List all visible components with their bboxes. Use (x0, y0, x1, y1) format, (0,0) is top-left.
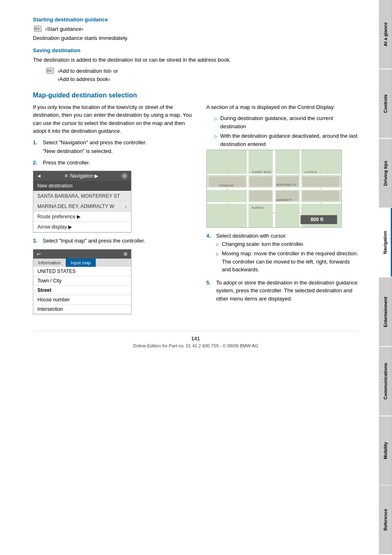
ui-box-item-route: Route preference ▶ (33, 212, 131, 222)
starting-guidance-body: Destination guidance starts immediately. (33, 34, 358, 42)
step-2-number: 2. (33, 159, 41, 167)
svg-text:SUNSET BLVD: SUNSET BLVD (252, 171, 271, 173)
saving-destination-heading: Saving destination (33, 47, 358, 53)
footer-text: Online Edition for Part no. 01 41 2 600 … (33, 343, 358, 348)
tab-information[interactable]: Information (33, 259, 66, 267)
ui-box-item-new-dest: New destination (33, 181, 131, 191)
tab-navigation[interactable]: Navigation (379, 208, 392, 277)
ui-box2-item-town: Town / City (33, 276, 131, 286)
start-guidance-text: ›Start guidance‹ (45, 26, 83, 32)
tab-communications[interactable]: Communications (379, 347, 392, 416)
ui-box2-item-street: Street (33, 286, 131, 295)
tab-controls[interactable]: Controls (379, 69, 392, 138)
tab-driving-tips[interactable]: Driving tips (379, 139, 392, 208)
input-map-ui-box: ↩ ⚙ Information Input map UNITED STATES … (33, 249, 131, 314)
start-guidance-line: ›Start guidance‹ (33, 25, 358, 32)
ui-box2-settings-icon: ⚙ (123, 251, 128, 257)
nav-icon2 (45, 67, 55, 74)
step-4-bullet-2: ▷ Moving map: move the controller in the… (216, 250, 358, 274)
svg-text:LLOYD A: LLOYD A (304, 171, 316, 173)
step-5: 5. To adopt or store the destination in … (206, 279, 358, 303)
svg-rect-18 (250, 191, 272, 201)
bullet-1-icon: ▷ (214, 116, 218, 130)
right-bullet-2: ▷ With the destination guidance deactiva… (214, 132, 358, 148)
ui-box-back: ◄ (37, 173, 42, 179)
step-5-text: To adopt or store the destination in the… (216, 280, 357, 302)
ui-box-item-arrow: Arrow display ▶ (33, 222, 131, 232)
ui-box-item-santa-barbara: SANTA BARBARA, MONTERREY ST (33, 191, 131, 201)
map-guided-section: Map-guided destination selection If you … (33, 92, 358, 319)
saving-destination-body: The destination is added to the destinat… (33, 56, 358, 64)
step-4-bullet-2-icon: ▷ (216, 251, 219, 274)
map-guided-intro: If you only know the location of the tow… (33, 103, 194, 135)
step-3-text: Select "Input map" and press the control… (43, 238, 145, 244)
ui-box2-header: ↩ ⚙ (33, 250, 131, 259)
ui-box-item-marina: MARINA DEL REY, ADMIRALTY W ↓ (33, 201, 131, 212)
right-bullet-1: ▷ During destination guidance, around th… (214, 114, 358, 130)
step-4-bullet-1-text: Changing scale: turn the controller. (222, 240, 304, 248)
step-5-number: 5. (206, 279, 214, 303)
step-4-bullet-1-icon: ▷ (216, 241, 219, 248)
step-1-text: Select "Navigation" and press the contro… (43, 139, 147, 146)
step-4-number: 4. (206, 232, 214, 275)
nav-icon (33, 25, 43, 32)
right-column: A section of a map is displayed on the C… (206, 103, 358, 319)
step-4-bullet-1: ▷ Changing scale: turn the controller. (216, 240, 358, 248)
ui-box-icon-left: ✕ (64, 173, 68, 179)
tab-mobility[interactable]: Mobility (379, 416, 392, 485)
ui-box-header: ◄ ✕ Navigation ▶ ⚙ (33, 171, 131, 181)
step-4-bullet-2-text: Moving map: move the controller in the r… (222, 250, 358, 274)
svg-text:800 ft: 800 ft (311, 217, 323, 222)
bullet-1-text: During destination guidance, around the … (220, 114, 358, 130)
step-3: 3. Select "Input map" and press the cont… (33, 237, 194, 245)
ui-box2-back: ↩ (37, 251, 41, 257)
svg-text:ADMIRALTY: ADMIRALTY (276, 199, 292, 201)
svg-rect-22 (302, 191, 339, 201)
tab-at-a-glance[interactable]: At a glance (379, 0, 392, 69)
page-number: 141 (33, 335, 358, 342)
ui-box-settings-icon: ⚙ (121, 173, 128, 179)
bullet-2-text: With the destination guidance deactivate… (220, 132, 358, 148)
ui-box-title: Navigation ▶ (70, 173, 98, 179)
saving-icon-text2: ›Add to address book‹ (58, 75, 358, 83)
map-display: ZOVAR RD SUNSET BLVD LLOYD A MONTEREY ST… (206, 150, 342, 228)
map-guided-heading: Map-guided destination selection (33, 92, 358, 99)
tab-input-map[interactable]: Input map (66, 259, 96, 267)
svg-text:ZOVAR RD: ZOVAR RD (219, 184, 233, 187)
step-1-sub: "New destination" is selected. (43, 147, 194, 155)
ui-box2-item-house: House number (33, 295, 131, 305)
svg-rect-21 (302, 176, 339, 187)
right-col-intro: A section of a map is displayed on the C… (206, 103, 358, 111)
left-column: If you only know the location of the tow… (33, 103, 194, 319)
step-4-text: Select destination with cursor. (216, 233, 287, 239)
starting-destination-section: Starting destination guidance ›Start gui… (33, 16, 358, 42)
bullet-2-icon: ▷ (214, 133, 218, 148)
page-footer: 141 Online Edition for Part no. 01 41 2 … (33, 331, 358, 348)
ui-box2-tabs: Information Input map (33, 259, 131, 267)
saving-icon-text1: ›Add to destination list‹ or (58, 68, 118, 74)
step-2-text: Press the controller. (43, 160, 90, 166)
tab-entertainment[interactable]: Entertainment (379, 278, 392, 346)
ui-box2-item-intersection: Intersection (33, 305, 131, 314)
step-4: 4. Select destination with cursor. ▷ Cha… (206, 232, 358, 275)
svg-text:BURTON: BURTON (252, 206, 264, 209)
step-3-number: 3. (33, 237, 41, 245)
navigation-ui-box: ◄ ✕ Navigation ▶ ⚙ New destination SANTA… (33, 171, 131, 233)
saving-destination-section: Saving destination The destination is ad… (33, 47, 358, 83)
starting-destination-heading: Starting destination guidance (33, 16, 358, 23)
svg-rect-16 (250, 176, 272, 187)
svg-text:MONTEREY ST: MONTEREY ST (276, 183, 297, 186)
step-2: 2. Press the controller. (33, 159, 194, 167)
right-tabs: At a glance Controls Driving tips Naviga… (379, 0, 392, 555)
step-1-number: 1. (33, 139, 41, 155)
tab-reference[interactable]: Reference (379, 486, 392, 554)
ui-box2-item-us: UNITED STATES (33, 267, 131, 276)
saving-icon-line1: ›Add to destination list‹ or (45, 67, 358, 74)
step-1: 1. Select "Navigation" and press the con… (33, 139, 194, 155)
